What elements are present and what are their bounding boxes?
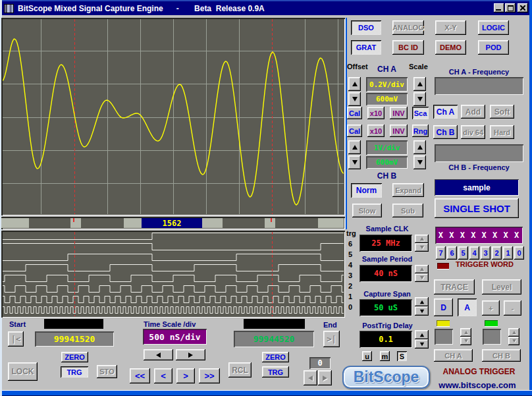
cha-trigger-down-button[interactable] (460, 337, 471, 345)
chb-scale-down-button[interactable] (413, 156, 426, 169)
chb-x10-button[interactable]: x10 (367, 125, 385, 137)
trace-button[interactable]: TRACE (434, 279, 475, 295)
expand-button[interactable]: Expand (392, 183, 424, 197)
posttrig-up-button[interactable] (415, 330, 429, 339)
trigger-bit-4-button[interactable]: 4 (469, 246, 479, 260)
level-button[interactable]: Level (482, 279, 521, 295)
step-left-button[interactable]: < (154, 368, 173, 383)
scrollbar-thumb[interactable]: 1562 (142, 218, 202, 228)
website-link[interactable]: www.bitscope.com (428, 380, 527, 390)
step-right-button[interactable]: > (176, 368, 195, 383)
mode-demo-button[interactable]: DEMO (435, 40, 466, 55)
cha-offset-down-button[interactable] (348, 92, 361, 106)
maximize-icon (508, 5, 514, 11)
logic-trace-0 (3, 307, 344, 314)
unit-s-button[interactable]: S (397, 351, 407, 361)
close-button[interactable] (518, 3, 528, 13)
sto-button[interactable]: STO (97, 365, 117, 378)
trigger-minus-button[interactable]: - (504, 300, 521, 316)
step-fast-right-button[interactable]: >> (199, 368, 220, 383)
frame-prev-button[interactable] (304, 370, 317, 385)
cha-trigger-up-button[interactable] (460, 328, 471, 337)
trigger-bit-2-button[interactable]: 2 (492, 246, 502, 260)
cha-trigger-level-display (435, 329, 453, 345)
rcl-button[interactable]: RCL (228, 362, 252, 378)
capture-scrollbar[interactable]: 1562 (1, 217, 345, 229)
chb-trigger-up-button[interactable] (508, 328, 519, 337)
add-button[interactable]: Add (461, 105, 485, 119)
trigger-plus-button[interactable]: + (482, 300, 500, 316)
sample-period-down-button[interactable] (415, 273, 429, 282)
start-value-display: 99941520 (35, 331, 114, 347)
mode-pod-button[interactable]: POD (478, 40, 509, 55)
capture-span-down-button[interactable] (415, 306, 429, 316)
timescale-faster-button[interactable] (176, 349, 205, 360)
hard-button[interactable]: Hard (490, 125, 514, 139)
unit-m-button[interactable]: m (380, 351, 390, 361)
chb-trigger-button[interactable]: CH B (482, 349, 521, 362)
to-start-button[interactable]: |< (8, 331, 24, 347)
cha-cal-button[interactable]: Cal (347, 107, 362, 119)
chb-offset-display: 600mV (366, 156, 408, 169)
analog-display (1, 18, 345, 215)
maximize-button[interactable] (505, 3, 516, 13)
sample-clk-up-button[interactable] (415, 235, 429, 243)
minimize-button[interactable] (494, 3, 504, 13)
cha-inv-button[interactable]: INV (390, 107, 408, 119)
app-icon (4, 4, 14, 13)
to-end-button[interactable]: >| (323, 331, 340, 347)
frame-next-button[interactable] (318, 370, 332, 385)
zero-left-button[interactable]: ZERO (61, 352, 88, 362)
chb-scale-up-button[interactable] (413, 140, 426, 154)
slow-button[interactable]: Slow (352, 204, 382, 217)
cha-trigger-button[interactable]: CH A (434, 349, 473, 362)
analog-trigger-button[interactable]: A (458, 298, 477, 316)
mode-bcid-button[interactable]: BC ID (392, 40, 424, 55)
digital-trigger-button[interactable]: D (434, 298, 453, 316)
norm-button[interactable]: Norm (351, 183, 382, 198)
chb-offset-up-button[interactable] (348, 140, 361, 154)
single-shot-button[interactable]: SINGLE SHOT (435, 198, 519, 218)
capture-span-up-button[interactable] (415, 297, 429, 306)
cha-scale-up-button[interactable] (413, 77, 426, 91)
sample-clk-down-button[interactable] (415, 243, 429, 252)
cha-x10-button[interactable]: x10 (367, 107, 385, 119)
trg-left-button[interactable]: TRG (61, 366, 88, 378)
rng-button[interactable]: Rng (412, 125, 429, 137)
trigger-bit-3-button[interactable]: 3 (481, 246, 491, 260)
trigger-bit-0-button[interactable]: 0 (514, 246, 524, 260)
scrollbar-segment (265, 218, 275, 228)
chb-cal-button[interactable]: Cal (347, 125, 362, 137)
div64-button[interactable]: div 64 (461, 125, 485, 139)
chb-trigger-down-button[interactable] (508, 337, 519, 345)
sample-period-up-button[interactable] (415, 265, 429, 273)
chb-select-button[interactable]: Ch B (433, 125, 458, 139)
timescale-slower-button[interactable] (144, 349, 173, 360)
chb-offset-down-button[interactable] (348, 156, 361, 169)
mode-xy-button[interactable]: X-Y (435, 20, 466, 35)
trigger-bit-7-button[interactable]: 7 (436, 246, 446, 260)
mode-grat-button[interactable]: GRAT (351, 40, 381, 55)
step-fast-left-button[interactable]: << (130, 368, 150, 383)
sub-button[interactable]: Sub (392, 204, 423, 217)
cha-offset-up-button[interactable] (348, 77, 361, 91)
cha-select-button[interactable]: Ch A (433, 105, 458, 119)
zero-right-button[interactable]: ZERO (262, 352, 289, 362)
chb-inv-button[interactable]: INV (390, 125, 408, 137)
trg-right-button[interactable]: TRG (262, 366, 289, 378)
soft-button[interactable]: Soft (490, 105, 514, 119)
trigger-bit-5-button[interactable]: 5 (458, 246, 468, 260)
mode-logic-button[interactable]: LOGIC (478, 20, 509, 35)
lock-button[interactable]: LOCK (8, 362, 38, 381)
mode-analog-button[interactable]: ANALOG (392, 20, 424, 35)
capture-span-display: 50 uS (359, 299, 412, 316)
cha-trigger-led (437, 320, 450, 326)
mode-dso-button[interactable]: DSO (351, 20, 381, 35)
unit-u-button[interactable]: u (362, 351, 372, 361)
sca-button[interactable]: Sca (412, 107, 429, 119)
posttrig-down-button[interactable] (415, 339, 429, 349)
trigger-bit-6-button[interactable]: 6 (447, 246, 457, 260)
logic-label-0: 0 (348, 303, 352, 311)
trigger-bit-1-button[interactable]: 1 (503, 246, 513, 260)
cha-scale-down-button[interactable] (413, 92, 426, 106)
